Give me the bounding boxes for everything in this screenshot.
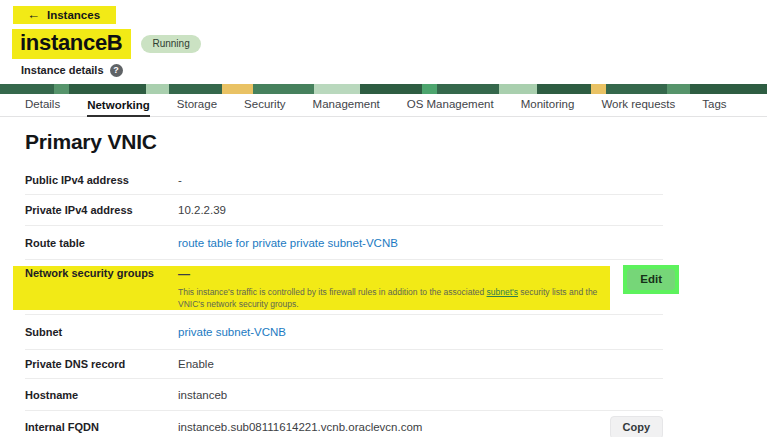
tab-bar: Details Networking Storage Security Mana… [0,94,767,117]
tab-os-management[interactable]: OS Management [407,98,494,116]
field-label: Route table [25,237,178,249]
field-row-subnet: Subnet private subnet-VCNB [25,315,663,350]
field-label: Private DNS record [25,358,178,370]
tab-tags[interactable]: Tags [702,98,726,116]
nsg-desc-text: This instance's traffic is controlled by… [178,287,487,297]
section-heading: Primary VNIC [25,130,767,154]
subtitle-label: Instance details [21,64,104,76]
tab-management[interactable]: Management [313,98,380,116]
field-value: 10.2.2.39 [178,204,226,216]
field-value: - [178,174,182,186]
field-value: instanceb.sub08111614221.vcnb.oraclevcn.… [178,421,422,433]
status-badge: Running [141,35,200,53]
help-icon[interactable]: ? [110,64,123,77]
tab-monitoring[interactable]: Monitoring [521,98,575,116]
main-content: Primary VNIC Public IPv4 address - Priva… [0,130,767,437]
subnet-detail-link[interactable]: private subnet-VCNB [178,326,286,338]
field-row-public-ipv4: Public IPv4 address - [25,166,663,195]
field-row-hostname: Hostname instanceb [25,379,663,411]
instance-details-page: ← Instances instanceB Running Instance d… [0,5,767,437]
subtitle-row: Instance details ? [21,63,767,77]
field-row-internal-fqdn: Internal FQDN instanceb.sub08111614221.v… [25,411,663,437]
edit-nsg-button[interactable]: Edit [627,269,675,290]
page-title: instanceB [20,30,122,55]
field-row-network-security-groups: Network security groups — This instance'… [25,260,663,315]
field-value: instanceb [178,389,227,401]
field-label: Public IPv4 address [25,174,178,186]
decorative-banner [0,84,767,94]
tab-storage[interactable]: Storage [177,98,217,116]
back-link-label: Instances [47,9,100,21]
tab-networking[interactable]: Networking [87,99,150,117]
tab-details[interactable]: Details [25,98,60,116]
route-table-link[interactable]: route table for private private subnet-V… [178,237,398,249]
back-arrow-icon: ← [27,8,40,21]
tab-work-requests[interactable]: Work requests [601,98,675,116]
field-row-private-ipv4: Private IPv4 address 10.2.2.39 [25,195,663,226]
field-row-private-dns: Private DNS record Enable [25,350,663,379]
field-label: Subnet [25,326,178,338]
nsg-description: This instance's traffic is controlled by… [178,286,618,311]
subnet-link[interactable]: subnet's [487,287,518,297]
green-annotation-highlight: Edit [623,265,679,294]
breadcrumb: ← Instances [13,5,767,24]
field-value: — [178,267,618,281]
field-row-route-table: Route table route table for private priv… [25,226,663,260]
tab-security[interactable]: Security [244,98,286,116]
nsg-value: — This instance's traffic is controlled … [178,267,618,311]
back-to-instances-link[interactable]: ← Instances [13,6,116,24]
copy-fqdn-button[interactable]: Copy [610,416,664,437]
title-row: instanceB Running [12,29,767,59]
vnic-fields: Public IPv4 address - Private IPv4 addre… [25,166,663,437]
field-label: Hostname [25,389,178,401]
field-value: Enable [178,358,214,370]
field-label: Network security groups [25,267,178,279]
field-label: Internal FQDN [25,421,178,433]
field-label: Private IPv4 address [25,204,178,216]
title-highlight: instanceB [12,29,131,59]
